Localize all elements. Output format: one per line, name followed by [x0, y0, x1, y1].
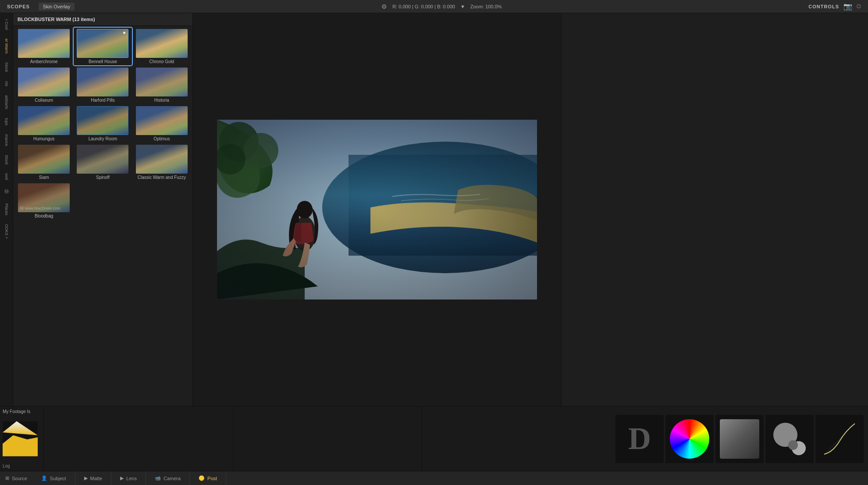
camera-label: Camera: [164, 476, 181, 481]
log-label: Log: [3, 464, 41, 468]
camera-nav-icon: 📹: [155, 475, 161, 481]
preset-label-harford: Harford Pills: [91, 98, 114, 103]
waveform-white: [3, 421, 38, 435]
bottom-segment-2: [233, 407, 422, 471]
bottom-nav-subject[interactable]: 👤 Subject: [32, 471, 75, 485]
color-wheel-panel[interactable]: [665, 415, 714, 463]
bottom-nav-camera[interactable]: 📹 Camera: [146, 471, 190, 485]
zoom-readout: Zoom: 100.0%: [470, 4, 502, 9]
person-icon: 👤: [41, 475, 47, 481]
center-area: [193, 13, 561, 406]
preset-siam[interactable]: Siam: [15, 143, 73, 181]
bottom-area: My Footage Is Log D: [0, 406, 868, 485]
lens-icon: ▶: [120, 475, 124, 481]
preset-thumb-classic: [136, 145, 188, 174]
preset-label-humungus: Humungus: [33, 136, 54, 141]
sidebar-item-filter-ood[interactable]: ood: [4, 171, 10, 182]
sidebar-item-filter-headstarts[interactable]: adstarts: [4, 93, 10, 111]
gear-icon[interactable]: ⚙: [381, 3, 387, 10]
preset-harford-pills[interactable]: Harford Pills: [74, 66, 132, 104]
sidebar-nav: r Cool er Warm Stock nts adstarts tups m…: [0, 13, 13, 406]
preset-label-amberchrome: Amberchrome: [30, 59, 58, 64]
bottom-middle: [44, 407, 611, 471]
scopes-title: SCOPES: [7, 4, 30, 9]
preset-laundry-room[interactable]: Laundry Room: [74, 105, 132, 143]
preset-thumb-coliseum: [18, 68, 70, 96]
preset-panel: BLOCKBUSTER WARM (13 items) Amberchrome …: [13, 13, 192, 406]
bottom-nav-post[interactable]: 🟡 Post: [190, 471, 226, 485]
sidebar-item-filter-nts[interactable]: nts: [4, 79, 10, 88]
bottom-left-panel: My Footage Is Log: [0, 407, 44, 471]
preset-optimus[interactable]: Optimus: [133, 105, 191, 143]
controls-title: CONTROLS: [808, 4, 839, 9]
preset-label-bennell: Bennell House: [89, 59, 117, 64]
preset-thumb-spinoff: [77, 145, 128, 174]
preset-label-siam: Siam: [39, 175, 49, 180]
bottom-nav: ⊞ Source 👤 Subject ▶ Matte ▶ Lens 📹 Came…: [0, 471, 868, 485]
preset-thumb-laundry: [77, 106, 128, 135]
down-arrow-icon: ▼: [460, 4, 465, 9]
sidebar-item-filter-books[interactable]: OOKS +: [4, 222, 10, 241]
bottom-segment-1: [44, 407, 233, 471]
preset-bloodbag[interactable]: Ⓜ www.MacDown.com Bloodbag: [15, 182, 73, 220]
bottom-nav-matte[interactable]: ▶ Matte: [75, 471, 112, 485]
sidebar-item-filter-m[interactable]: Ⓜ: [4, 187, 10, 196]
preset-humungus[interactable]: Humungus: [15, 105, 73, 143]
d-letter-icon: D: [628, 421, 651, 457]
source-button[interactable]: ⊞ Source: [0, 475, 32, 481]
preset-label-classic: Classic Warm and Fuzzy: [138, 175, 186, 180]
curve-icon: [820, 419, 859, 459]
gradient-panel[interactable]: [715, 415, 764, 463]
preset-chrono-gold[interactable]: Chrono Gold: [133, 28, 191, 65]
preset-thumb-chrono: [136, 29, 188, 58]
preset-thumb-siam: [18, 145, 70, 174]
bottom-top-row: My Footage Is Log D: [0, 407, 868, 471]
sidebar-item-filter-cups[interactable]: tups: [4, 116, 10, 127]
svg-rect-9: [217, 120, 537, 300]
left-panel: r Cool er Warm Stock nts adstarts tups m…: [0, 13, 193, 406]
sidebar-item-filter-places[interactable]: Places: [4, 202, 10, 217]
preview-svg: [217, 120, 537, 300]
preset-classic-warm[interactable]: Classic Warm and Fuzzy: [133, 143, 191, 181]
preset-historia[interactable]: Historia: [133, 66, 191, 104]
preset-bennell-house[interactable]: ★ Bennell House: [74, 28, 132, 65]
post-icon: 🟡: [199, 475, 205, 481]
sidebar-item-filter-romance[interactable]: mance: [4, 132, 10, 148]
source-label: Source: [12, 476, 27, 481]
bottom-icon-panels: D: [611, 407, 868, 471]
sidebar-item-filter-stock2[interactable]: Stock: [4, 153, 10, 167]
circle-small-2: [788, 440, 798, 450]
sidebar-item-filter-warm[interactable]: er Warm: [4, 37, 10, 55]
preset-amberchrome[interactable]: Amberchrome: [15, 28, 73, 65]
preset-grid: Amberchrome ★ Bennell House Chrono Gold: [13, 26, 192, 221]
preset-thumb-optimus: [136, 106, 188, 135]
screenshot-icon[interactable]: 📷: [843, 2, 852, 11]
preset-label-historia: Historia: [154, 98, 169, 103]
preset-label-spinoff: Spinoff: [96, 175, 110, 180]
grid-icon: ⊞: [5, 475, 9, 481]
preset-coliseum[interactable]: Coliseum: [15, 66, 73, 104]
subject-label: Subject: [50, 476, 66, 481]
main-area: r Cool er Warm Stock nts adstarts tups m…: [0, 13, 868, 406]
preset-header: BLOCKBUSTER WARM (13 items): [13, 13, 192, 26]
preset-spinoff[interactable]: Spinoff: [74, 143, 132, 181]
star-icon: ★: [122, 30, 126, 35]
circles-panel[interactable]: [765, 415, 814, 463]
connect-icon[interactable]: ⬡: [857, 4, 861, 9]
waveform-yellow: [3, 435, 38, 456]
sidebar-item-filter-cool[interactable]: r Cool: [4, 18, 10, 32]
preset-thumb-amberchrome: [18, 29, 70, 58]
curve-panel[interactable]: [815, 415, 864, 463]
sidebar-item-filter-stock[interactable]: Stock: [4, 61, 10, 74]
preset-label-chrono: Chrono Gold: [149, 59, 174, 64]
top-bar-right: CONTROLS 📷 ⬡: [808, 2, 861, 11]
circles-icon: [770, 419, 809, 459]
top-bar-center: ⚙ R: 0.000 | G: 0.000 | B: 0.000 ▼ Zoom:…: [381, 3, 502, 10]
preset-label-optimus: Optimus: [153, 136, 170, 141]
top-bar-left: SCOPES Skin Overlay: [7, 3, 75, 11]
bottom-nav-lens[interactable]: ▶ Lens: [111, 471, 146, 485]
d-letter-panel[interactable]: D: [615, 415, 664, 463]
top-bar: SCOPES Skin Overlay ⚙ R: 0.000 | G: 0.00…: [0, 0, 868, 13]
waveform-mini: [3, 421, 38, 456]
skin-overlay-tab[interactable]: Skin Overlay: [39, 3, 75, 11]
